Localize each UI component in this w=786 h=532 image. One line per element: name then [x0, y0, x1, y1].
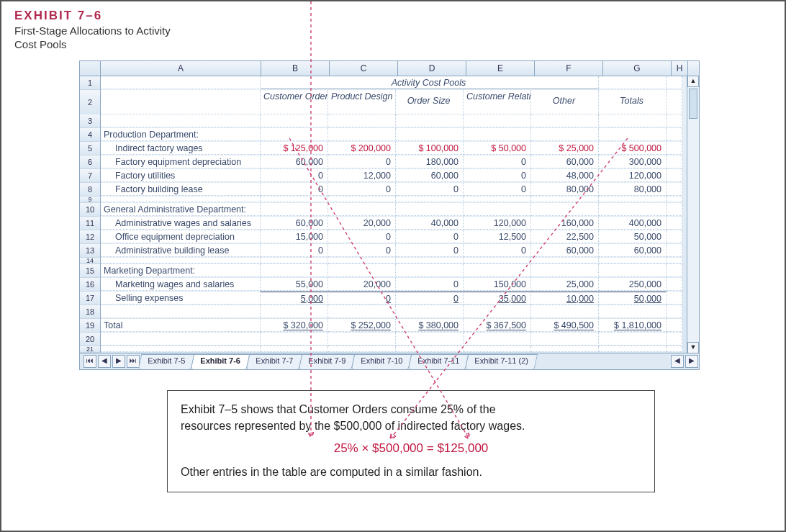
- cell[interactable]: [261, 258, 328, 263]
- cell[interactable]: [599, 76, 667, 89]
- row-header-20[interactable]: 20: [80, 333, 101, 346]
- cell[interactable]: 0: [396, 244, 464, 257]
- tab-nav-next-icon[interactable]: ▶: [112, 355, 125, 368]
- row-label[interactable]: Selling expenses: [101, 292, 261, 305]
- cell[interactable]: [531, 305, 599, 318]
- row-header-18[interactable]: 18: [80, 305, 101, 319]
- cell[interactable]: [261, 197, 328, 202]
- cell[interactable]: [261, 346, 328, 352]
- cell[interactable]: 250,000: [599, 278, 667, 291]
- cell[interactable]: 0: [396, 292, 464, 305]
- cell[interactable]: [599, 128, 667, 141]
- cell[interactable]: [101, 114, 261, 127]
- cell[interactable]: 0: [261, 183, 328, 196]
- cell[interactable]: [396, 264, 464, 277]
- cell[interactable]: $ 100,000: [396, 142, 464, 155]
- cell[interactable]: [101, 258, 261, 263]
- cell[interactable]: [328, 333, 396, 346]
- row-label[interactable]: Factory building lease: [101, 183, 261, 196]
- cell[interactable]: [531, 264, 599, 277]
- tab-nav-last-icon[interactable]: ⏭: [127, 355, 140, 368]
- row-header-13[interactable]: 13: [80, 244, 101, 258]
- cell[interactable]: [531, 333, 599, 346]
- sheet-tab-exhibit-7-10[interactable]: Exhibit 7-10: [351, 354, 412, 369]
- cell[interactable]: [328, 128, 396, 141]
- cell[interactable]: 5,000: [261, 292, 328, 305]
- cell[interactable]: 40,000: [396, 217, 464, 230]
- header-customer-orders[interactable]: Customer Orders: [261, 90, 328, 114]
- header-other[interactable]: Other: [531, 90, 599, 114]
- cell[interactable]: 0: [328, 230, 396, 243]
- col-header-C[interactable]: C: [330, 61, 398, 76]
- cell[interactable]: [599, 346, 667, 352]
- cell[interactable]: $ 380,000: [396, 319, 464, 332]
- cell[interactable]: 60,000: [531, 244, 599, 257]
- col-header-A[interactable]: A: [101, 61, 261, 76]
- row-header-1[interactable]: 1: [80, 76, 101, 90]
- cell[interactable]: 35,000: [464, 292, 531, 305]
- cell[interactable]: 22,500: [531, 230, 599, 243]
- row-header-14[interactable]: 14: [80, 258, 101, 264]
- marketing-dept-label[interactable]: Marketing Department:: [101, 264, 261, 277]
- cell[interactable]: 20,000: [328, 278, 396, 291]
- cell[interactable]: [667, 203, 682, 216]
- cell[interactable]: [101, 90, 261, 114]
- cell[interactable]: 0: [261, 244, 328, 257]
- row-header-12[interactable]: 12: [80, 230, 101, 244]
- header-order-size[interactable]: Order Size: [396, 90, 464, 114]
- cell[interactable]: 120,000: [464, 217, 531, 230]
- cell[interactable]: 12,000: [328, 169, 396, 182]
- cell[interactable]: [531, 197, 599, 202]
- cell[interactable]: [464, 333, 531, 346]
- cell[interactable]: [261, 333, 328, 346]
- cell[interactable]: [464, 197, 531, 202]
- header-product-design[interactable]: Product Design: [328, 90, 396, 114]
- cell[interactable]: [667, 114, 682, 127]
- cell[interactable]: [328, 203, 396, 216]
- row-header-16[interactable]: 16: [80, 278, 101, 292]
- cell[interactable]: [599, 203, 667, 216]
- cell[interactable]: $ 125,000: [261, 142, 328, 155]
- row-header-15[interactable]: 15: [80, 264, 101, 278]
- vertical-scrollbar[interactable]: ▲ ▼: [687, 76, 699, 353]
- cell[interactable]: [464, 258, 531, 263]
- cell[interactable]: [667, 197, 682, 202]
- row-header-2[interactable]: 2: [80, 90, 101, 115]
- cell[interactable]: [599, 197, 667, 202]
- cell[interactable]: 0: [328, 183, 396, 196]
- cell[interactable]: [328, 258, 396, 263]
- cell[interactable]: 60,000: [396, 169, 464, 182]
- cell[interactable]: [667, 230, 682, 243]
- cell[interactable]: [667, 169, 682, 182]
- scroll-thumb[interactable]: [689, 89, 697, 119]
- cell[interactable]: 15,000: [261, 230, 328, 243]
- cell[interactable]: [464, 346, 531, 352]
- cell[interactable]: $ 200,000: [328, 142, 396, 155]
- cell[interactable]: [396, 114, 464, 127]
- row-label[interactable]: Administrative building lease: [101, 244, 261, 257]
- row-header-4[interactable]: 4: [80, 128, 101, 142]
- cell[interactable]: 0: [396, 183, 464, 196]
- cell[interactable]: $ 50,000: [464, 142, 531, 155]
- cell[interactable]: [101, 305, 261, 318]
- cell[interactable]: 10,000: [531, 292, 599, 305]
- col-header-D[interactable]: D: [398, 61, 466, 76]
- cell[interactable]: 60,000: [599, 244, 667, 257]
- cell[interactable]: [599, 264, 667, 277]
- cell[interactable]: [599, 258, 667, 263]
- cell[interactable]: 0: [328, 244, 396, 257]
- hscroll-left-icon[interactable]: ◀: [671, 355, 684, 368]
- row-header-21[interactable]: 21: [80, 346, 101, 353]
- cell[interactable]: [101, 76, 261, 89]
- col-header-F[interactable]: F: [535, 61, 603, 76]
- cell[interactable]: [396, 333, 464, 346]
- cell[interactable]: 50,000: [599, 292, 667, 305]
- row-header-17[interactable]: 17: [80, 292, 101, 305]
- sheet-tab-exhibit-7-11-2[interactable]: Exhibit 7-11 (2): [465, 354, 538, 369]
- cell[interactable]: [599, 305, 667, 318]
- row-label[interactable]: Indirect factory wages: [101, 142, 261, 155]
- cell[interactable]: 20,000: [328, 217, 396, 230]
- row-header-5[interactable]: 5: [80, 142, 101, 155]
- row-header-10[interactable]: 10: [80, 203, 101, 217]
- cell[interactable]: [396, 258, 464, 263]
